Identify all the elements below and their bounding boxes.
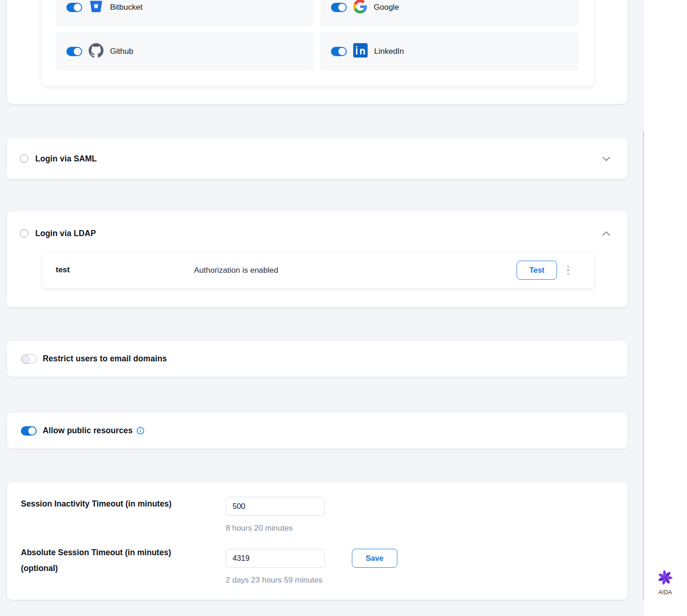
chevron-up-icon [603,229,610,237]
public-resources-label: Allow public resources [43,426,133,436]
aida-widget-button[interactable]: AIDA [652,569,679,596]
saml-title: Login via SAML [35,154,97,164]
provider-label: LinkedIn [374,47,404,56]
aida-label: AIDA [652,589,679,596]
public-resources-toggle[interactable] [21,426,37,436]
github-toggle[interactable] [66,47,82,56]
google-toggle[interactable] [331,3,347,12]
social-login-card: Bitbucket Google Github [7,0,628,104]
provider-tile-github: Github [56,32,313,71]
bitbucket-toggle[interactable] [66,3,82,12]
saml-expand-button[interactable] [601,153,612,164]
provider-tile-bitbucket: Bitbucket [56,0,313,26]
inactivity-timeout-hint: 8 hours 20 minutes [226,524,293,533]
save-button[interactable]: Save [352,549,397,568]
ldap-server-name: test [56,265,70,275]
ldap-server-row: test Authorization is enabled Test [43,252,594,288]
provider-label: Google [374,3,399,12]
ldap-title: Login via LDAP [35,229,96,238]
bitbucket-icon [89,0,104,16]
right-panel [644,0,687,616]
provider-tile-linkedin: LinkedIn [320,32,579,71]
ldap-test-button[interactable]: Test [517,261,557,280]
content-divider [643,131,644,601]
provider-label: Bitbucket [110,3,143,12]
session-timeout-card: Session Inactivity Timeout (in minutes) … [7,482,628,600]
ldap-server-status: Authorization is enabled [194,266,278,275]
linkedin-icon [353,43,368,59]
inactivity-timeout-label: Session Inactivity Timeout (in minutes) [21,496,171,512]
auth-settings-page: Bitbucket Google Github [0,0,687,616]
restrict-domains-label: Restrict users to email domains [43,354,167,364]
public-resources-card: Allow public resources [7,413,628,449]
provider-label: Github [110,47,133,56]
saml-radio[interactable] [20,154,28,163]
linkedin-toggle[interactable] [331,47,347,56]
saml-section-card: Login via SAML [7,138,628,179]
ldap-section-header[interactable]: Login via LDAP [7,211,628,256]
github-icon [89,43,104,60]
info-icon[interactable] [136,427,144,435]
ldap-section-card: Login via LDAP test Authorization is ena… [7,211,628,307]
ldap-radio[interactable] [20,229,28,237]
absolute-timeout-hint: 2 days 23 hours 59 minutes [226,576,323,585]
providers-grid: Bitbucket Google Github [42,0,594,86]
absolute-timeout-input[interactable] [226,549,325,568]
provider-tile-google: Google [320,0,579,26]
restrict-domains-toggle[interactable] [21,354,37,364]
google-icon [353,0,367,15]
chevron-down-icon [603,154,610,163]
inactivity-timeout-input[interactable] [226,497,325,516]
ldap-collapse-button[interactable] [601,228,612,239]
saml-section-header[interactable]: Login via SAML [7,138,628,179]
ldap-kebab-menu-icon[interactable] [563,261,574,280]
aida-flower-icon [657,579,674,587]
restrict-domains-card: Restrict users to email domains [7,341,628,377]
absolute-timeout-label: Absolute Session Timeout (in minutes) (o… [21,545,171,576]
